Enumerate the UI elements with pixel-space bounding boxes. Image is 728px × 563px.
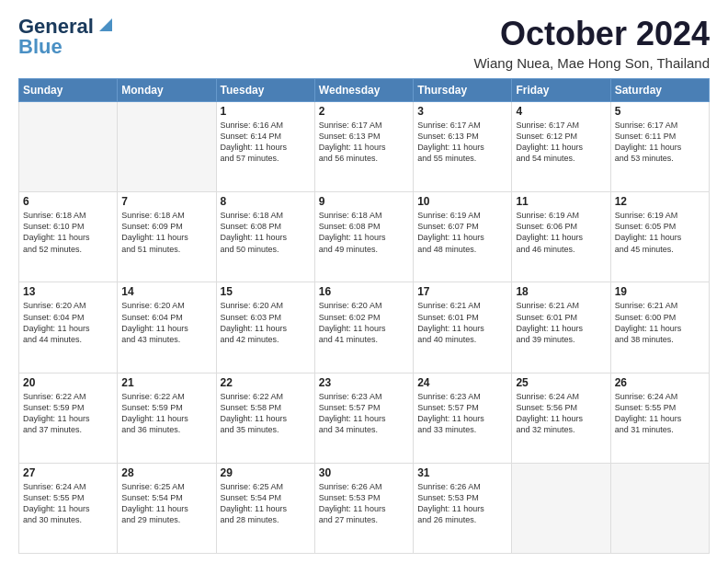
calendar-week-3: 20Sunrise: 6:22 AM Sunset: 5:59 PM Dayli… <box>19 373 710 463</box>
day-number: 28 <box>121 466 211 479</box>
day-info: Sunrise: 6:18 AM Sunset: 6:09 PM Dayligh… <box>121 210 211 255</box>
day-number: 6 <box>23 195 113 208</box>
title-block: October 2024 Wiang Nuea, Mae Hong Son, T… <box>473 15 710 71</box>
day-info: Sunrise: 6:23 AM Sunset: 5:57 PM Dayligh… <box>417 391 507 436</box>
day-number: 25 <box>516 376 606 389</box>
day-number: 23 <box>319 376 409 389</box>
weekday-header-tuesday: Tuesday <box>216 79 314 102</box>
calendar-cell: 23Sunrise: 6:23 AM Sunset: 5:57 PM Dayli… <box>314 373 413 463</box>
day-info: Sunrise: 6:26 AM Sunset: 5:53 PM Dayligh… <box>417 481 507 526</box>
day-info: Sunrise: 6:20 AM Sunset: 6:03 PM Dayligh… <box>221 300 311 345</box>
logo-triangle-icon <box>96 17 112 33</box>
day-info: Sunrise: 6:23 AM Sunset: 5:57 PM Dayligh… <box>319 391 409 436</box>
day-number: 21 <box>121 376 211 389</box>
calendar-cell: 29Sunrise: 6:25 AM Sunset: 5:54 PM Dayli… <box>216 463 314 553</box>
calendar-cell: 10Sunrise: 6:19 AM Sunset: 6:07 PM Dayli… <box>414 192 512 282</box>
day-info: Sunrise: 6:25 AM Sunset: 5:54 PM Dayligh… <box>121 481 211 526</box>
header: General Blue October 2024 Wiang Nuea, Ma… <box>18 15 710 71</box>
calendar-cell: 13Sunrise: 6:20 AM Sunset: 6:04 PM Dayli… <box>19 282 118 373</box>
day-number: 30 <box>319 466 409 479</box>
svg-marker-0 <box>99 18 112 31</box>
day-number: 26 <box>615 376 705 389</box>
location-title: Wiang Nuea, Mae Hong Son, Thailand <box>473 55 710 71</box>
calendar-cell: 22Sunrise: 6:22 AM Sunset: 5:58 PM Dayli… <box>216 373 314 463</box>
calendar-header-row: SundayMondayTuesdayWednesdayThursdayFrid… <box>19 79 710 102</box>
day-number: 19 <box>615 285 705 298</box>
calendar-cell: 15Sunrise: 6:20 AM Sunset: 6:03 PM Dayli… <box>216 282 314 373</box>
calendar-week-4: 27Sunrise: 6:24 AM Sunset: 5:55 PM Dayli… <box>19 463 710 553</box>
day-info: Sunrise: 6:26 AM Sunset: 5:53 PM Dayligh… <box>319 481 409 526</box>
calendar-cell: 25Sunrise: 6:24 AM Sunset: 5:56 PM Dayli… <box>512 373 610 463</box>
logo-blue-text: Blue <box>18 35 63 59</box>
day-info: Sunrise: 6:18 AM Sunset: 6:08 PM Dayligh… <box>319 210 409 255</box>
logo: General Blue <box>18 15 112 59</box>
calendar-cell: 7Sunrise: 6:18 AM Sunset: 6:09 PM Daylig… <box>118 192 216 282</box>
day-number: 17 <box>417 285 507 298</box>
day-info: Sunrise: 6:24 AM Sunset: 5:55 PM Dayligh… <box>23 481 113 526</box>
calendar-cell: 5Sunrise: 6:17 AM Sunset: 6:11 PM Daylig… <box>610 102 709 192</box>
day-info: Sunrise: 6:25 AM Sunset: 5:54 PM Dayligh… <box>221 481 311 526</box>
calendar-cell: 31Sunrise: 6:26 AM Sunset: 5:53 PM Dayli… <box>414 463 512 553</box>
calendar-cell: 17Sunrise: 6:21 AM Sunset: 6:01 PM Dayli… <box>414 282 512 373</box>
day-number: 15 <box>221 285 311 298</box>
calendar-cell: 12Sunrise: 6:19 AM Sunset: 6:05 PM Dayli… <box>610 192 709 282</box>
day-info: Sunrise: 6:20 AM Sunset: 6:02 PM Dayligh… <box>319 300 409 345</box>
day-number: 18 <box>516 285 606 298</box>
day-info: Sunrise: 6:22 AM Sunset: 5:59 PM Dayligh… <box>121 391 211 436</box>
day-number: 12 <box>615 195 705 208</box>
day-number: 24 <box>417 376 507 389</box>
day-info: Sunrise: 6:24 AM Sunset: 5:55 PM Dayligh… <box>615 391 705 436</box>
calendar-cell <box>19 102 118 192</box>
day-number: 4 <box>516 105 606 118</box>
day-number: 10 <box>417 195 507 208</box>
day-number: 2 <box>319 105 409 118</box>
calendar-cell: 2Sunrise: 6:17 AM Sunset: 6:13 PM Daylig… <box>314 102 413 192</box>
calendar-cell: 16Sunrise: 6:20 AM Sunset: 6:02 PM Dayli… <box>314 282 413 373</box>
weekday-header-wednesday: Wednesday <box>314 79 413 102</box>
calendar-cell: 4Sunrise: 6:17 AM Sunset: 6:12 PM Daylig… <box>512 102 610 192</box>
day-info: Sunrise: 6:21 AM Sunset: 6:01 PM Dayligh… <box>516 300 606 345</box>
calendar-cell: 27Sunrise: 6:24 AM Sunset: 5:55 PM Dayli… <box>19 463 118 553</box>
day-number: 7 <box>121 195 211 208</box>
day-number: 31 <box>417 466 507 479</box>
day-number: 16 <box>319 285 409 298</box>
calendar-cell: 24Sunrise: 6:23 AM Sunset: 5:57 PM Dayli… <box>414 373 512 463</box>
weekday-header-friday: Friday <box>512 79 610 102</box>
calendar-table: SundayMondayTuesdayWednesdayThursdayFrid… <box>18 78 710 554</box>
calendar-cell: 1Sunrise: 6:16 AM Sunset: 6:14 PM Daylig… <box>216 102 314 192</box>
calendar-cell: 18Sunrise: 6:21 AM Sunset: 6:01 PM Dayli… <box>512 282 610 373</box>
calendar-week-2: 13Sunrise: 6:20 AM Sunset: 6:04 PM Dayli… <box>19 282 710 373</box>
calendar-cell: 6Sunrise: 6:18 AM Sunset: 6:10 PM Daylig… <box>19 192 118 282</box>
calendar-cell: 28Sunrise: 6:25 AM Sunset: 5:54 PM Dayli… <box>118 463 216 553</box>
day-number: 20 <box>23 376 113 389</box>
day-info: Sunrise: 6:19 AM Sunset: 6:06 PM Dayligh… <box>516 210 606 255</box>
day-info: Sunrise: 6:17 AM Sunset: 6:12 PM Dayligh… <box>516 120 606 165</box>
day-info: Sunrise: 6:17 AM Sunset: 6:11 PM Dayligh… <box>615 120 705 165</box>
day-number: 5 <box>615 105 705 118</box>
calendar-cell: 3Sunrise: 6:17 AM Sunset: 6:13 PM Daylig… <box>414 102 512 192</box>
calendar-cell: 26Sunrise: 6:24 AM Sunset: 5:55 PM Dayli… <box>610 373 709 463</box>
day-info: Sunrise: 6:17 AM Sunset: 6:13 PM Dayligh… <box>417 120 507 165</box>
day-info: Sunrise: 6:24 AM Sunset: 5:56 PM Dayligh… <box>516 391 606 436</box>
day-number: 3 <box>417 105 507 118</box>
day-info: Sunrise: 6:19 AM Sunset: 6:05 PM Dayligh… <box>615 210 705 255</box>
day-number: 1 <box>221 105 311 118</box>
day-info: Sunrise: 6:22 AM Sunset: 5:59 PM Dayligh… <box>23 391 113 436</box>
day-number: 29 <box>221 466 311 479</box>
calendar-cell: 9Sunrise: 6:18 AM Sunset: 6:08 PM Daylig… <box>314 192 413 282</box>
day-number: 22 <box>221 376 311 389</box>
weekday-header-saturday: Saturday <box>610 79 709 102</box>
calendar-cell <box>512 463 610 553</box>
calendar-cell <box>118 102 216 192</box>
month-title: October 2024 <box>473 15 710 53</box>
day-info: Sunrise: 6:18 AM Sunset: 6:08 PM Dayligh… <box>221 210 311 255</box>
day-info: Sunrise: 6:20 AM Sunset: 6:04 PM Dayligh… <box>121 300 211 345</box>
calendar-cell: 30Sunrise: 6:26 AM Sunset: 5:53 PM Dayli… <box>314 463 413 553</box>
day-info: Sunrise: 6:19 AM Sunset: 6:07 PM Dayligh… <box>417 210 507 255</box>
calendar-cell: 14Sunrise: 6:20 AM Sunset: 6:04 PM Dayli… <box>118 282 216 373</box>
day-number: 27 <box>23 466 113 479</box>
weekday-header-sunday: Sunday <box>19 79 118 102</box>
day-info: Sunrise: 6:21 AM Sunset: 6:01 PM Dayligh… <box>417 300 507 345</box>
calendar-cell: 21Sunrise: 6:22 AM Sunset: 5:59 PM Dayli… <box>118 373 216 463</box>
day-info: Sunrise: 6:18 AM Sunset: 6:10 PM Dayligh… <box>23 210 113 255</box>
